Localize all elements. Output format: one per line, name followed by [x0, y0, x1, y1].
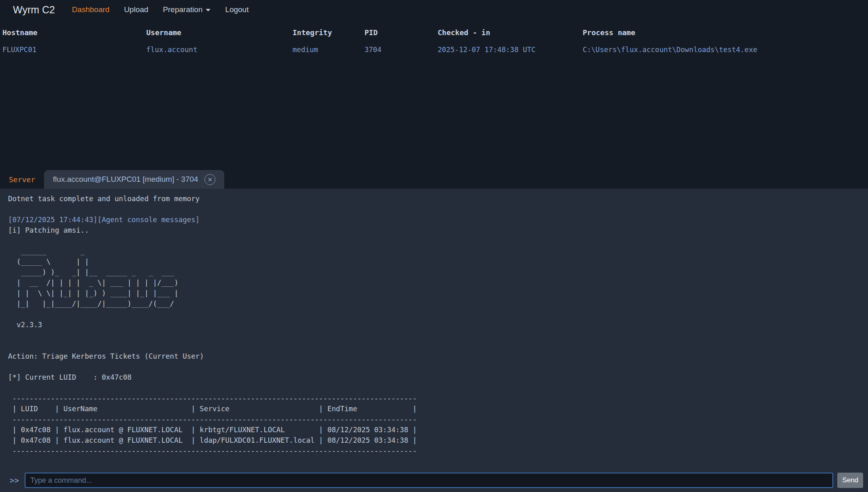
console-line: [i] Patching amsi..: [8, 225, 865, 235]
tab-agent-session[interactable]: flux.account@FLUXPC01 [medium] - 3704 ✕: [44, 170, 224, 189]
agents-table-header: HostnameUsernameIntegrityPIDChecked - in…: [2, 28, 868, 37]
agent-cell: FLUXPC01: [2, 46, 146, 54]
console-line: Dotnet task complete and unloaded from m…: [8, 193, 865, 204]
tab-agent-label: flux.account@FLUXPC01 [medium] - 3704: [53, 175, 198, 184]
console-line: ----------------------------------------…: [8, 393, 865, 404]
column-header-checked-in: Checked - in: [438, 28, 583, 37]
agent-cell: C:\Users\flux.account\Downloads\test4.ex…: [583, 46, 868, 54]
console-output: Dotnet task complete and unloaded from m…: [8, 193, 865, 468]
agents-table-body: FLUXPC01flux.accountmedium37042025-12-07…: [2, 46, 868, 54]
command-bar: >> Send: [4, 472, 863, 489]
console-line: [8, 362, 865, 372]
console-line: v2.3.3: [8, 320, 865, 330]
agents-table: HostnameUsernameIntegrityPIDChecked - in…: [0, 19, 868, 54]
close-tab-icon[interactable]: ✕: [204, 174, 215, 185]
console-line: ----------------------------------------…: [8, 414, 865, 425]
console-line: [8, 330, 865, 341]
main-nav: DashboardUploadPreparationLogout: [72, 5, 249, 14]
dropdown-caret-icon: [206, 9, 211, 11]
console-line: [8, 341, 865, 351]
agent-row[interactable]: FLUXPC01flux.accountmedium37042025-12-07…: [2, 46, 868, 54]
column-header-pid: PID: [364, 28, 438, 37]
console-line: [8, 204, 865, 214]
console-tabbar: Server flux.account@FLUXPC01 [medium] - …: [0, 170, 868, 189]
console-line: [*] Current LUID : 0x47c08: [8, 372, 865, 383]
tab-server-label: Server: [9, 175, 35, 184]
agent-cell: 3704: [364, 46, 438, 54]
send-button[interactable]: Send: [837, 473, 863, 488]
agent-cell: flux.account: [146, 46, 293, 54]
console-line: Action: Triage Kerberos Tickets (Current…: [8, 351, 865, 362]
console-line: | LUID | UserName | Service | EndTime |: [8, 404, 865, 414]
column-header-hostname: Hostname: [2, 28, 146, 37]
nav-preparation[interactable]: Preparation: [163, 5, 211, 14]
nav-dashboard[interactable]: Dashboard: [72, 5, 110, 14]
agent-cell: medium: [293, 46, 364, 54]
column-header-username: Username: [146, 28, 293, 37]
console-line: (_____ \ | |: [8, 257, 865, 267]
console-line: _____) )_ _| |__ _____ _ _ ___: [8, 267, 865, 278]
console-line: [8, 309, 865, 320]
console-line: [8, 383, 865, 393]
agent-cell: 2025-12-07 17:48:38 UTC: [438, 46, 583, 54]
console-line: | __ /| | | | _ \| ___ | | | |/___): [8, 278, 865, 288]
console-line: ----------------------------------------…: [8, 446, 865, 456]
console-line: | 0x47c08 | flux.account @ FLUXNET.LOCAL…: [8, 425, 865, 435]
navbar: Wyrm C2 DashboardUploadPreparationLogout: [0, 0, 868, 19]
console-line: [07/12/2025 17:44:43][Agent console mess…: [8, 214, 865, 225]
nav-upload[interactable]: Upload: [124, 5, 148, 14]
app-brand[interactable]: Wyrm C2: [13, 4, 55, 16]
column-header-process-name: Process name: [583, 28, 868, 37]
console-line: | | \ \| |_| | |_) ) ____| |_| |___ |: [8, 288, 865, 299]
console-panel: Dotnet task complete and unloaded from m…: [0, 189, 868, 492]
tab-server[interactable]: Server: [8, 170, 44, 189]
command-input[interactable]: [25, 473, 833, 488]
console-line: ______ _: [8, 246, 865, 257]
column-header-integrity: Integrity: [293, 28, 364, 37]
console-line: [8, 235, 865, 246]
nav-logout[interactable]: Logout: [225, 5, 249, 14]
prompt-label: >>: [4, 476, 21, 485]
console-line: | 0x47c08 | flux.account @ FLUXNET.LOCAL…: [8, 435, 865, 446]
console-line: |_| |_|____/|____/|_____)____/(___/: [8, 299, 865, 309]
